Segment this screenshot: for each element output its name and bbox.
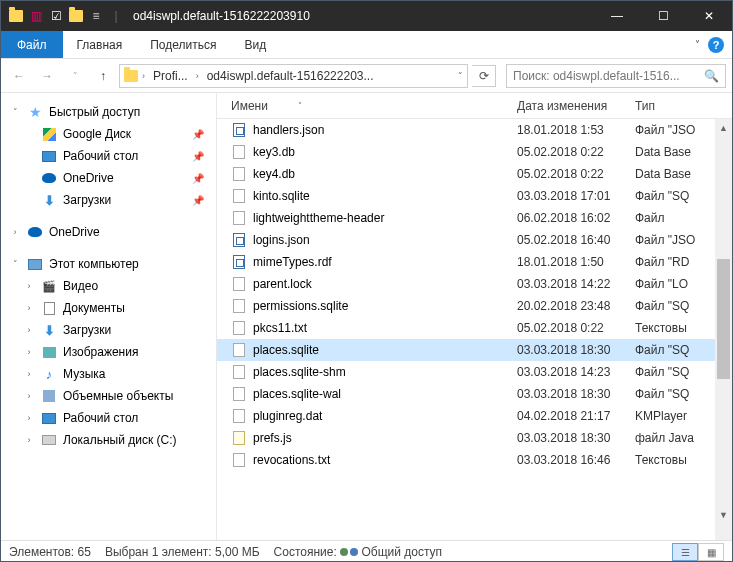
chevron-right-icon[interactable]: › bbox=[23, 281, 35, 291]
nav-this-pc[interactable]: ˅ Этот компьютер bbox=[1, 253, 216, 275]
selection-info: Выбран 1 элемент: 5,00 МБ bbox=[105, 545, 260, 559]
qat-props-icon[interactable]: ▥ bbox=[27, 7, 45, 25]
nav-item[interactable]: OneDrive📌 bbox=[1, 167, 216, 189]
file-type: Data Base bbox=[635, 167, 725, 181]
file-row[interactable]: parent.lock03.03.2018 14:22Файл "LO bbox=[217, 273, 732, 295]
scroll-up-icon[interactable]: ▲ bbox=[715, 119, 732, 136]
breadcrumb[interactable]: Profi... bbox=[149, 69, 192, 83]
address-bar[interactable]: › Profi... › od4iswpl.default-1516222203… bbox=[119, 64, 468, 88]
file-row[interactable]: places.sqlite03.03.2018 18:30Файл "SQ bbox=[217, 339, 732, 361]
close-button[interactable]: ✕ bbox=[686, 1, 732, 31]
file-name: handlers.json bbox=[253, 123, 517, 137]
file-row[interactable]: key4.db05.02.2018 0:22Data Base bbox=[217, 163, 732, 185]
maximize-button[interactable]: ☐ bbox=[640, 1, 686, 31]
qat-check-icon[interactable]: ☑ bbox=[47, 7, 65, 25]
chevron-right-icon[interactable]: › bbox=[142, 71, 145, 81]
pin-icon[interactable]: 📌 bbox=[192, 129, 204, 140]
nav-item[interactable]: ›Рабочий стол bbox=[1, 407, 216, 429]
file-row[interactable]: lightweighttheme-header06.02.2018 16:02Ф… bbox=[217, 207, 732, 229]
addr-dropdown-icon[interactable]: ˅ bbox=[458, 71, 463, 81]
chevron-right-icon[interactable]: › bbox=[9, 227, 21, 237]
nav-item[interactable]: Google Диск📌 bbox=[1, 123, 216, 145]
file-date: 03.03.2018 14:23 bbox=[517, 365, 635, 379]
file-icon bbox=[231, 144, 247, 160]
file-date: 05.02.2018 0:22 bbox=[517, 167, 635, 181]
file-row[interactable]: key3.db05.02.2018 0:22Data Base bbox=[217, 141, 732, 163]
scroll-thumb[interactable] bbox=[717, 259, 730, 379]
file-row[interactable]: places.sqlite-wal03.03.2018 18:30Файл "S… bbox=[217, 383, 732, 405]
pin-icon[interactable]: 📌 bbox=[192, 173, 204, 184]
file-tab[interactable]: Файл bbox=[1, 31, 63, 58]
file-row[interactable]: pkcs11.txt05.02.2018 0:22Текстовы bbox=[217, 317, 732, 339]
pin-icon[interactable]: 📌 bbox=[192, 195, 204, 206]
nav-onedrive[interactable]: › OneDrive bbox=[1, 221, 216, 243]
chevron-right-icon[interactable]: › bbox=[23, 369, 35, 379]
chevron-right-icon[interactable]: › bbox=[23, 435, 35, 445]
file-type: Файл "JSO bbox=[635, 233, 725, 247]
col-type[interactable]: Тип bbox=[635, 99, 715, 113]
recent-dropdown[interactable]: ˅ bbox=[63, 64, 87, 88]
qat-open-icon[interactable] bbox=[67, 7, 85, 25]
nav-quick-access[interactable]: ˅ ★ Быстрый доступ bbox=[1, 101, 216, 123]
nav-item[interactable]: ›Изображения bbox=[1, 341, 216, 363]
details-view-button[interactable]: ☰ bbox=[672, 543, 698, 561]
breadcrumb[interactable]: od4iswpl.default-1516222203... bbox=[203, 69, 378, 83]
help-icon[interactable]: ? bbox=[708, 37, 724, 53]
file-row[interactable]: pluginreg.dat04.02.2018 21:17KMPlayer bbox=[217, 405, 732, 427]
nav-item[interactable]: ›♪Музыка bbox=[1, 363, 216, 385]
search-input[interactable]: Поиск: od4iswpl.default-1516... 🔍 bbox=[506, 64, 726, 88]
file-date: 03.03.2018 18:30 bbox=[517, 431, 635, 445]
file-row[interactable]: prefs.js03.03.2018 18:30файл Java bbox=[217, 427, 732, 449]
nav-item[interactable]: ›⬇Загрузки bbox=[1, 319, 216, 341]
file-row[interactable]: places.sqlite-shm03.03.2018 14:23Файл "S… bbox=[217, 361, 732, 383]
file-row[interactable]: kinto.sqlite03.03.2018 17:01Файл "SQ bbox=[217, 185, 732, 207]
file-type: Data Base bbox=[635, 145, 725, 159]
ribbon-expand-icon[interactable]: ˅ bbox=[695, 39, 700, 50]
icons-view-button[interactable]: ▦ bbox=[698, 543, 724, 561]
up-button[interactable]: ↑ bbox=[91, 64, 115, 88]
file-row[interactable]: logins.json05.02.2018 16:40Файл "JSO bbox=[217, 229, 732, 251]
file-type: Файл bbox=[635, 211, 725, 225]
file-icon bbox=[231, 276, 247, 292]
tab-home[interactable]: Главная bbox=[63, 31, 137, 58]
file-date: 05.02.2018 0:22 bbox=[517, 321, 635, 335]
nav-item[interactable]: ⬇Загрузки📌 bbox=[1, 189, 216, 211]
file-row[interactable]: permissions.sqlite20.02.2018 23:48Файл "… bbox=[217, 295, 732, 317]
chevron-right-icon[interactable]: › bbox=[23, 413, 35, 423]
col-date[interactable]: Дата изменения bbox=[517, 99, 635, 113]
nav-item[interactable]: ›🎬Видео bbox=[1, 275, 216, 297]
file-name: pluginreg.dat bbox=[253, 409, 517, 423]
refresh-button[interactable]: ⟳ bbox=[472, 65, 496, 87]
chevron-down-icon[interactable]: ˅ bbox=[9, 107, 21, 117]
chevron-right-icon[interactable]: › bbox=[23, 347, 35, 357]
minimize-button[interactable]: — bbox=[594, 1, 640, 31]
pin-icon[interactable]: 📌 bbox=[192, 151, 204, 162]
file-type: Файл "SQ bbox=[635, 189, 725, 203]
chevron-down-icon[interactable]: ˅ bbox=[9, 259, 21, 269]
file-row[interactable]: handlers.json18.01.2018 1:53Файл "JSO bbox=[217, 119, 732, 141]
tab-view[interactable]: Вид bbox=[230, 31, 280, 58]
file-pane: Имени˄ Дата изменения Тип handlers.json1… bbox=[217, 93, 732, 540]
scroll-down-icon[interactable]: ▼ bbox=[715, 506, 732, 523]
nav-item[interactable]: ›Объемные объекты bbox=[1, 385, 216, 407]
file-type: Файл "SQ bbox=[635, 299, 725, 313]
tab-share[interactable]: Поделиться bbox=[136, 31, 230, 58]
file-row[interactable]: mimeTypes.rdf18.01.2018 1:50Файл "RD bbox=[217, 251, 732, 273]
file-list[interactable]: handlers.json18.01.2018 1:53Файл "JSOkey… bbox=[217, 119, 732, 540]
file-row[interactable]: revocations.txt03.03.2018 16:46Текстовы bbox=[217, 449, 732, 471]
nav-item[interactable]: Рабочий стол📌 bbox=[1, 145, 216, 167]
nav-item[interactable]: ›Документы bbox=[1, 297, 216, 319]
file-icon bbox=[231, 364, 247, 380]
qat-dropdown-icon[interactable]: ≡ bbox=[87, 7, 105, 25]
file-name: places.sqlite-wal bbox=[253, 387, 517, 401]
nav-item[interactable]: ›Локальный диск (C:) bbox=[1, 429, 216, 451]
back-button[interactable]: ← bbox=[7, 64, 31, 88]
chevron-right-icon[interactable]: › bbox=[23, 303, 35, 313]
scrollbar-vertical[interactable]: ▲ ▼ bbox=[715, 119, 732, 540]
col-name[interactable]: Имени˄ bbox=[231, 99, 517, 113]
file-date: 03.03.2018 16:46 bbox=[517, 453, 635, 467]
chevron-right-icon[interactable]: › bbox=[196, 71, 199, 81]
file-name: places.sqlite-shm bbox=[253, 365, 517, 379]
chevron-right-icon[interactable]: › bbox=[23, 391, 35, 401]
chevron-right-icon[interactable]: › bbox=[23, 325, 35, 335]
